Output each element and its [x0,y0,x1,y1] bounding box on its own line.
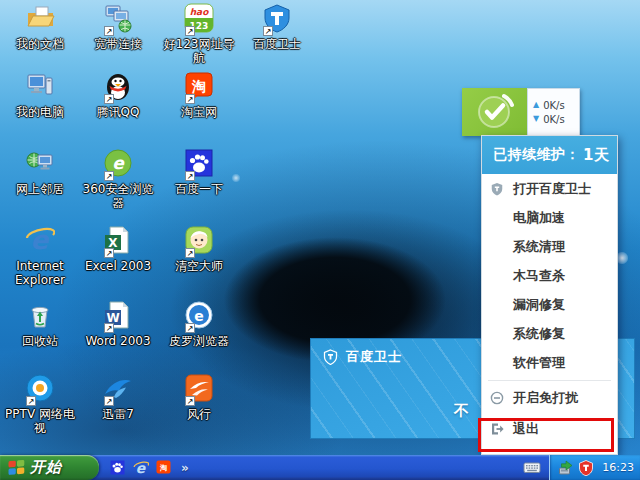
menu-item-pc-speedup[interactable]: 电脑加速 [482,203,617,232]
desktop-icon-tencent-qq[interactable]: ↗ 腾讯QQ [79,71,157,119]
broadband-connection-icon: ↗ [102,3,134,35]
up-arrow-icon: ▲ [533,101,539,109]
fengxing-icon: ↗ [183,373,215,405]
desktop-icon-baidu-search[interactable]: ↗ 百度一下 [160,148,238,196]
upload-speed-value: 0K/s [543,100,565,111]
menu-item-label: 打开百度卫士 [513,180,591,198]
menu-item-trojan-scan[interactable]: 木马查杀 [482,261,617,290]
desktop-icon-excel-2003[interactable]: X ↗ Excel 2003 [79,225,157,273]
qq-penguin-icon: ↗ [102,71,134,103]
menu-item-vulnerability-fix[interactable]: 漏洞修复 [482,290,617,319]
baidu-weishi-tray-shield-icon[interactable] [578,460,594,476]
desktop-screen: 我的文档 ↗ 宽带连接 hao123 ↗ 好123网址导航 ↗ 百度卫士 我的电… [0,0,640,480]
shortcut-arrow-icon: ↗ [104,26,114,36]
desktop-icon-xunlei[interactable]: ↗ 迅雷7 [79,373,157,421]
piluo-browser-icon: e ↗ [183,300,215,332]
windows-logo-icon [8,459,25,475]
desktop-icon-network-places[interactable]: 网上邻居 [1,148,79,196]
shortcut-arrow-icon: ↗ [185,396,195,406]
desktop-icon-piluo-browser[interactable]: e ↗ 皮罗浏览器 [160,300,238,348]
start-button-label: 开始 [30,458,62,477]
desktop-icon-recycle-bin[interactable]: 回收站 [1,300,79,348]
tray-context-menu: 已持续维护：1天 打开百度卫士 电脑加速 系统清理 木马查杀 漏洞修复 系统修复… [481,135,618,455]
desktop-icon-label: 腾讯QQ [79,105,157,119]
desktop-icon-word-2003[interactable]: W ↗ Word 2003 [79,300,157,348]
desktop-icon-label: 网上邻居 [1,182,79,196]
internet-explorer-icon: e [24,225,56,257]
desktop-icon-label: 宽带连接 [79,37,157,51]
menu-item-label: 退出 [513,420,539,438]
desktop-icon-my-documents[interactable]: 我的文档 [1,3,79,51]
menu-item-software-manager[interactable]: 软件管理 [482,348,617,377]
start-button[interactable]: 开始 [0,455,99,480]
download-speed-row: ▼ 0K/s [533,114,579,125]
desktop-icon-label: 清空大师 [160,259,238,273]
menu-header: 已持续维护：1天 [482,136,617,174]
network-places-icon [24,148,56,180]
internet-explorer-icon: e [133,460,149,476]
my-documents-icon [24,3,56,35]
widget-status-check-icon[interactable] [462,88,527,136]
desktop-icon-taobao[interactable]: 淘 ↗ 淘宝网 [160,71,238,119]
shield-icon [323,349,338,365]
qingkong-master-icon: ↗ [183,225,215,257]
shortcut-arrow-icon: ↗ [104,396,114,406]
shortcut-arrow-icon: ↗ [104,248,114,258]
popup-title: 百度卫士 [346,348,402,366]
tray-clock[interactable]: 16:23 [602,461,634,474]
svg-text:淘: 淘 [191,78,206,94]
quick-launch-internet-explorer[interactable]: e [132,459,149,476]
hao123-icon: hao123 ↗ [183,3,215,35]
upload-speed-row: ▲ 0K/s [533,100,579,111]
baidu-weishi-widget[interactable]: ▲ 0K/s ▼ 0K/s [462,88,580,136]
desktop-icon-label: 360安全浏览器 [79,182,157,210]
down-arrow-icon: ▼ [533,115,539,123]
recycle-bin-icon [24,300,56,332]
desktop-icon-label: 百度卫士 [238,37,316,51]
taskbar: 开始 e 淘 » 16:23 [0,455,640,480]
desktop-icon-label: 风行 [160,407,238,421]
menu-header-label: 已持续维护： [493,146,580,164]
network-speed-panel: ▲ 0K/s ▼ 0K/s [527,88,580,136]
desktop-icon-label: Word 2003 [79,334,157,348]
download-speed-value: 0K/s [543,114,565,125]
my-computer-icon [24,71,56,103]
menu-item-system-clean[interactable]: 系统清理 [482,232,617,261]
desktop-icon-pptv[interactable]: ↗ PPTV 网络电视 [1,373,79,435]
input-method-keyboard-icon[interactable] [523,460,541,475]
taobao-icon: 淘 ↗ [183,71,215,103]
menu-item-label: 漏洞修复 [513,296,565,314]
desktop-icon-baidu-weishi[interactable]: ↗ 百度卫士 [238,3,316,51]
desktop-icon-internet-explorer[interactable]: e Internet Explorer [1,225,79,287]
desktop-icon-360-browser[interactable]: e ↗ 360安全浏览器 [79,148,157,210]
menu-item-label: 软件管理 [513,354,565,372]
shortcut-arrow-icon: ↗ [185,248,195,258]
safely-remove-hardware-icon[interactable] [558,460,574,476]
word-icon: W ↗ [102,300,134,332]
menu-item-exit[interactable]: 退出 [482,412,617,446]
svg-text:淘: 淘 [159,464,167,472]
desktop-icon-fengxing[interactable]: ↗ 风行 [160,373,238,421]
desktop-icon-hao123[interactable]: hao123 ↗ 好123网址导航 [160,3,238,65]
menu-item-system-repair[interactable]: 系统修复 [482,319,617,348]
shortcut-arrow-icon: ↗ [104,171,114,181]
menu-item-label: 木马查杀 [513,267,565,285]
quick-launch-bar: e 淘 » [109,459,189,476]
desktop-icon-label: Internet Explorer [1,259,79,287]
quick-launch-taobao[interactable]: 淘 [155,459,172,476]
baidu-paw-icon: ↗ [183,148,215,180]
quick-launch-baidu[interactable] [109,459,126,476]
desktop-icon-broadband-connection[interactable]: ↗ 宽带连接 [79,3,157,51]
menu-item-do-not-disturb[interactable]: 开启免打扰 [482,384,617,412]
desktop-icon-qingkong-master[interactable]: ↗ 清空大师 [160,225,238,273]
desktop-icon-my-computer[interactable]: 我的电脑 [1,71,79,119]
desktop-icon-label: 我的电脑 [1,105,79,119]
shortcut-arrow-icon: ↗ [185,26,195,36]
quick-launch-overflow-chevron[interactable]: » [181,461,189,475]
baidu-paw-icon [110,460,125,475]
shortcut-arrow-icon: ↗ [104,94,114,104]
menu-item-label: 系统清理 [513,238,565,256]
svg-text:e: e [112,153,125,173]
menu-item-open-baidu-weishi[interactable]: 打开百度卫士 [482,174,617,203]
menu-item-label: 电脑加速 [513,209,565,227]
